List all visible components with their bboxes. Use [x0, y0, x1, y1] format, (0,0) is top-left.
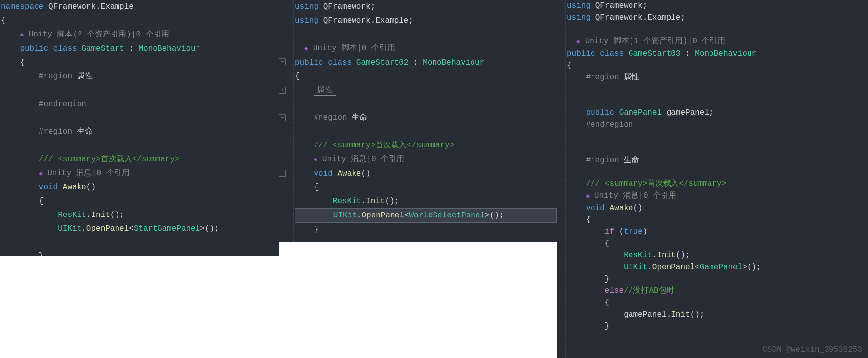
codelens-line[interactable]: ◈ Unity 脚本(1 个资产引用)|0 个引用: [567, 36, 868, 48]
code-line[interactable]: public GamePanel gamePanel;: [567, 107, 868, 119]
code-line[interactable]: }: [567, 321, 868, 332]
code-line[interactable]: {: [567, 238, 868, 250]
code-line[interactable]: [567, 143, 868, 154]
codelens-text: Unity 消息|0 个引用: [47, 169, 129, 178]
code-line[interactable]: if (true): [567, 226, 868, 238]
generic-type: WorldSelectPanel: [409, 211, 485, 220]
parens: (): [86, 183, 96, 192]
code-line[interactable]: #endregion: [567, 119, 868, 131]
code-line[interactable]: }: [295, 223, 557, 237]
generic-type: GamePanel: [700, 263, 742, 272]
code-line[interactable]: #region 生命: [295, 111, 557, 125]
code-line[interactable]: using QFramework;: [567, 0, 868, 12]
code-line[interactable]: {: [567, 60, 868, 72]
dot: .: [81, 224, 86, 233]
code-line[interactable]: {: [295, 70, 557, 83]
semi: ;: [371, 2, 376, 11]
base-class: MonoBehaviour: [423, 58, 484, 67]
code-line-highlighted[interactable]: UIKit.OpenPanel<WorldSelectPanel>();: [295, 208, 557, 223]
code-line[interactable]: [567, 166, 868, 178]
code-line[interactable]: namespace QFramework.Example: [1, 0, 279, 14]
parens: ();: [676, 251, 690, 260]
folded-region[interactable]: 属性: [314, 85, 336, 96]
codelens-line[interactable]: ◈ Unity 消息|0 个引用: [295, 152, 557, 167]
region-keyword: #region: [39, 127, 72, 136]
code-line[interactable]: {: [567, 297, 868, 309]
code-line[interactable]: #endregion: [1, 97, 279, 111]
class-name: GameStart03: [629, 49, 681, 58]
code-line[interactable]: /// <summary>首次载入</summary>: [567, 178, 868, 190]
code-area[interactable]: using QFramework; using QFramework.Examp…: [279, 0, 557, 237]
code-line[interactable]: [1, 139, 279, 152]
code-line[interactable]: [567, 24, 868, 36]
code-line[interactable]: [567, 95, 868, 107]
code-line[interactable]: [567, 131, 868, 143]
code-line[interactable]: [1, 83, 279, 97]
code-line[interactable]: void Awake(): [567, 202, 868, 214]
code-line[interactable]: 属性: [295, 83, 557, 97]
semi: ;: [680, 13, 685, 22]
code-line[interactable]: public class GameStart03 : MonoBehaviour: [567, 48, 868, 60]
code-line[interactable]: #region 生命: [567, 154, 868, 166]
colon: :: [408, 58, 423, 67]
code-line[interactable]: void Awake(): [295, 167, 557, 180]
code-line[interactable]: UIKit.OpenPanel<GamePanel>();: [567, 261, 868, 273]
codelens-text: Unity 消息|0 个引用: [322, 155, 404, 164]
code-line[interactable]: void Awake(): [1, 180, 279, 194]
namespace-name: QFramework.Example: [48, 2, 134, 11]
brace-open: {: [605, 239, 610, 248]
code-line[interactable]: public class GameStart02 : MonoBehaviour: [295, 56, 557, 70]
keyword-if: if: [605, 227, 614, 236]
class-name: GameStart: [81, 44, 124, 53]
code-line[interactable]: [295, 125, 557, 139]
code-area[interactable]: namespace QFramework.Example { ◈ Unity 脚…: [0, 0, 279, 256]
code-line[interactable]: [1, 111, 279, 125]
class-name: GameStart02: [356, 58, 409, 67]
colon: :: [680, 49, 695, 58]
dot: .: [86, 211, 91, 219]
code-line[interactable]: #region 生命: [1, 125, 279, 139]
method-call: Init: [91, 211, 110, 219]
code-line[interactable]: [295, 97, 557, 111]
code-line[interactable]: else//没打AB包时: [567, 285, 868, 297]
code-line[interactable]: ResKit.Init();: [567, 250, 868, 261]
code-line[interactable]: {: [1, 194, 279, 208]
code-line[interactable]: using QFramework.Example;: [295, 14, 557, 28]
code-line[interactable]: gamePanel.Init();: [567, 309, 868, 321]
field-type: GamePanel: [619, 108, 662, 117]
code-line[interactable]: [295, 28, 557, 41]
brace-open: {: [39, 197, 44, 206]
code-line[interactable]: [1, 236, 279, 250]
code-line[interactable]: {: [567, 214, 868, 226]
code-line[interactable]: }: [567, 273, 868, 285]
code-line[interactable]: using QFramework.Example;: [567, 12, 868, 24]
code-line[interactable]: ResKit.Init();: [1, 208, 279, 222]
code-line[interactable]: }: [1, 250, 279, 256]
brace-close: }: [39, 252, 44, 256]
region-name: 属性: [77, 72, 93, 81]
code-line[interactable]: [567, 83, 868, 95]
brace-close: }: [605, 275, 610, 284]
keyword-class: class: [53, 44, 77, 53]
generic-type: StartGamePanel: [134, 224, 200, 233]
code-line[interactable]: {: [295, 180, 557, 194]
angle-close: >: [485, 211, 490, 220]
code-line[interactable]: public class GameStart : MonoBehaviour: [1, 42, 279, 56]
code-line[interactable]: using QFramework;: [295, 0, 557, 14]
code-area[interactable]: using QFramework; using QFramework.Examp…: [557, 0, 868, 332]
code-line[interactable]: {: [1, 14, 279, 28]
endregion: #endregion: [39, 100, 86, 108]
code-line[interactable]: /// <summary>首次载入</summary>: [1, 152, 279, 166]
code-line[interactable]: ResKit.Init();: [295, 194, 557, 208]
codelens-line[interactable]: ◈ Unity 消息|0 个引用: [567, 190, 868, 202]
code-line[interactable]: {: [1, 56, 279, 70]
codelens-line[interactable]: ◈ Unity 脚本|0 个引用: [295, 41, 557, 56]
code-line[interactable]: /// <summary>首次载入</summary>: [295, 139, 557, 152]
codelens-line[interactable]: ◈ Unity 脚本(2 个资产引用)|0 个引用: [1, 28, 279, 42]
code-line[interactable]: UIKit.OpenPanel<StartGamePanel>();: [1, 222, 279, 236]
codelens-line[interactable]: ◈ Unity 消息|0 个引用: [1, 166, 279, 180]
angle-open: <: [129, 224, 134, 233]
code-line[interactable]: #region 属性: [567, 72, 868, 83]
code-line[interactable]: #region 属性: [1, 70, 279, 83]
watermark-text: CSDN @weixin_39538253: [762, 345, 862, 354]
